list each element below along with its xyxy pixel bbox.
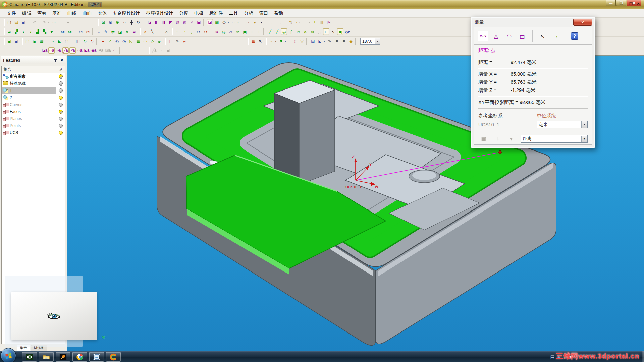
bulb-icon[interactable]	[59, 81, 63, 85]
feature-row[interactable]: Curves	[2, 101, 65, 108]
plane-tool-icon[interactable]: ▱	[295, 28, 301, 35]
visibility-toggle[interactable]	[56, 108, 65, 115]
flange-surface-icon[interactable]: ◖	[27, 28, 34, 35]
tool-plus-icon[interactable]: +	[249, 28, 255, 35]
taskbar-cimatron-button[interactable]	[106, 352, 121, 362]
display-box-caret-icon[interactable]: ▾	[236, 19, 239, 25]
angle-axes-icon[interactable]: ∟	[323, 28, 329, 35]
feature-row[interactable]: 特殊隐藏	[2, 80, 65, 87]
visibility-toggle[interactable]	[56, 80, 65, 87]
bulb-icon[interactable]	[59, 103, 63, 107]
platform-icon[interactable]: ▦	[135, 38, 141, 44]
wedge-cut-icon[interactable]: ◣	[56, 38, 63, 44]
feature-row[interactable]: Faces	[2, 108, 65, 115]
slant-plane-icon[interactable]: ▱	[227, 28, 234, 35]
draft-face-icon[interactable]: ◺	[128, 38, 134, 44]
core-block-right-face[interactable]	[299, 90, 335, 185]
filter-planes-icon[interactable]: ▱a	[76, 47, 83, 54]
menu-item[interactable]: 实体	[95, 9, 110, 18]
paint-fill-icon[interactable]: ◣	[317, 38, 323, 44]
line-style-icon[interactable]: ≡	[333, 38, 340, 44]
bulb-icon[interactable]	[59, 96, 63, 100]
link-sets-icon[interactable]: ⇄	[56, 66, 65, 73]
edit-region-icon[interactable]: ✎	[103, 28, 109, 35]
pan-icon[interactable]: ╋	[128, 19, 135, 25]
view-iso-cube-icon[interactable]: ▧	[174, 19, 181, 25]
magenta-frame-icon[interactable]: ▯	[167, 38, 173, 44]
zoom-fit-icon[interactable]: ⊡	[100, 19, 106, 25]
remove-face-icon[interactable]: ◪	[117, 28, 123, 35]
light-pick-icon[interactable]: ◐	[258, 19, 265, 25]
light-on-icon[interactable]: ●	[251, 19, 258, 25]
filter-sketch-icon[interactable]: ▨a	[105, 47, 111, 54]
dialog-caret-icon[interactable]: ▾	[506, 133, 517, 144]
menu-item[interactable]: 分析	[241, 9, 256, 18]
filter-lines-icon[interactable]: ╱a	[62, 47, 69, 54]
visibility-toggle[interactable]	[56, 129, 65, 136]
redo-caret-icon[interactable]: ▾	[47, 19, 50, 25]
paint-caret-icon[interactable]: ▾	[323, 38, 326, 44]
visibility-toggle[interactable]	[56, 115, 65, 122]
filled-box-icon[interactable]: ▣	[31, 38, 38, 44]
undo-caret-icon[interactable]: ▾	[37, 19, 40, 25]
show-desktop-button[interactable]	[642, 351, 644, 362]
menu-item[interactable]: 电极	[191, 9, 206, 18]
aux-filter-2-icon[interactable]: ▫	[158, 47, 164, 54]
undo-icon[interactable]: ↶	[31, 19, 38, 25]
round-pocket-icon[interactable]: ▢	[63, 38, 70, 44]
bulb-icon[interactable]	[59, 88, 63, 93]
menu-item[interactable]: 曲面	[79, 9, 95, 18]
snapshot-icon[interactable]: ▣	[196, 19, 202, 25]
dialog-camera-icon[interactable]: ▣	[478, 133, 489, 144]
fillet-solid-icon[interactable]: ◵	[114, 38, 120, 44]
aux-filter-3-icon[interactable]: ▣	[165, 47, 171, 54]
outline-face-icon[interactable]: ▰	[131, 28, 137, 35]
start-button[interactable]	[1, 348, 16, 362]
aux-filter-1-icon[interactable]: ╱a	[151, 47, 157, 54]
taskbar-photo-app-button[interactable]	[56, 352, 70, 362]
rotate-view-icon[interactable]: ⟳	[135, 19, 142, 25]
taskbar-screenshot-tool-button[interactable]	[89, 352, 104, 362]
cross-tool-icon[interactable]: ✕	[302, 28, 308, 35]
branch-tool-icon[interactable]: ⋔	[124, 28, 130, 35]
mirror-solids-icon[interactable]: ◫	[74, 38, 81, 44]
twist-solid-alt-icon[interactable]: ↻	[89, 38, 95, 44]
sketcher-icon[interactable]: ✎	[174, 38, 180, 44]
zoom-in-icon[interactable]: ⊕	[114, 19, 120, 25]
feature-row[interactable]: 2	[2, 94, 65, 101]
report-doc-icon[interactable]: ▥	[318, 19, 325, 25]
previous-view-icon[interactable]: ←	[269, 19, 276, 25]
measure-radius-icon[interactable]: ◠	[504, 31, 515, 41]
feature-row[interactable]: Points	[2, 122, 65, 129]
scurve-icon[interactable]: ∫	[288, 28, 294, 35]
dome-cut-icon[interactable]: ◔	[49, 38, 56, 44]
paste-feature-icon[interactable]: ▰	[65, 19, 71, 25]
stamp-solid-icon[interactable]: ▣	[6, 38, 12, 44]
binoculars-icon[interactable]: ∞	[51, 19, 57, 25]
measure-ruler-icon[interactable]: ▭	[294, 19, 301, 25]
filter-run-icon[interactable]: ⇐	[112, 47, 118, 54]
menu-item[interactable]: 帮助	[271, 9, 286, 18]
drive-surface-icon[interactable]: ▞	[13, 28, 19, 35]
blend-surface-icon[interactable]: ◗	[20, 28, 26, 35]
view-wire-cube-icon[interactable]: ◧	[153, 19, 160, 25]
marquee-select-icon[interactable]: ▫	[268, 38, 274, 44]
help-icon[interactable]: ?	[571, 32, 578, 40]
bulb-icon[interactable]	[59, 117, 63, 121]
unit-dropdown[interactable]: 毫米 ▼	[537, 121, 588, 128]
fillet-face-icon[interactable]: ◶	[121, 38, 127, 44]
clear-measure-icon[interactable]: ↖	[537, 31, 548, 41]
extend-arc-icon[interactable]: ◟	[188, 28, 195, 35]
stamp-solid-new-icon[interactable]: ▣	[13, 38, 19, 44]
add-catalog-icon[interactable]: +	[311, 19, 318, 25]
extend-surface-icon[interactable]: ▚	[41, 28, 48, 35]
filter-volumes-icon[interactable]: ◪a	[41, 47, 48, 54]
cube-properties-icon[interactable]: ◳	[325, 19, 332, 25]
dropdown-caret-icon[interactable]: ▼	[581, 121, 587, 128]
visibility-toggle[interactable]	[56, 73, 65, 80]
export-measure-icon[interactable]: →	[550, 31, 561, 41]
feature-row[interactable]: UCS	[2, 129, 65, 136]
style-pen-icon[interactable]: ✎	[326, 38, 333, 44]
fillet-arc-icon[interactable]: ◜	[174, 28, 180, 35]
thread-icon[interactable]: ⌀	[156, 38, 162, 44]
